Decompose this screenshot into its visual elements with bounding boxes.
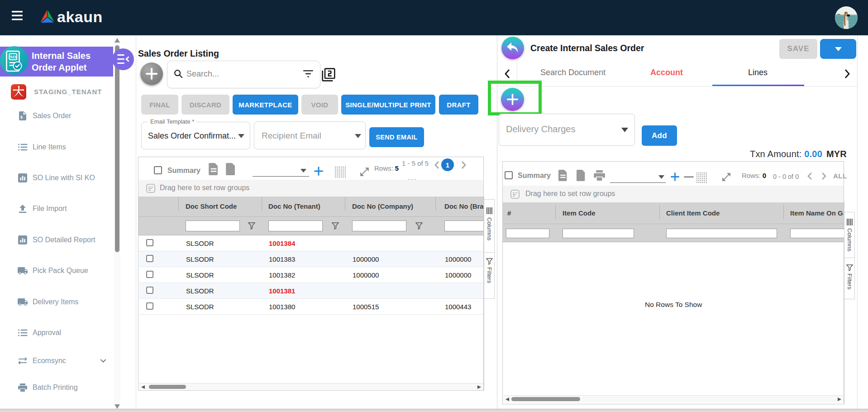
svg-text:$: $ xyxy=(20,115,23,120)
svg-text:SO: SO xyxy=(10,54,16,59)
